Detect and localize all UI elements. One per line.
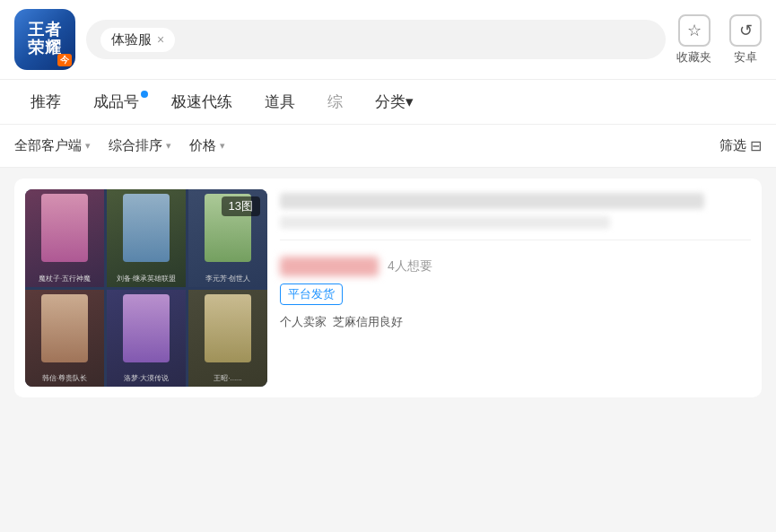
app-logo[interactable]: 王者 荣耀 今 <box>14 9 75 70</box>
price-chevron-icon: ▾ <box>220 140 225 152</box>
content-area: 魔杖子·五行神魔 刘备·继承英雄联盟 李元芳·创世人 韩信·尊贵队长 洛梦·大漠… <box>0 168 776 419</box>
header-actions: ☆ 收藏夹 ↺ 安卓 <box>676 14 762 65</box>
logo-badge: 今 <box>57 54 72 66</box>
favorites-button[interactable]: ☆ 收藏夹 <box>676 14 711 65</box>
android-icon: ↺ <box>729 14 762 47</box>
product-info: 4人想要 平台发货 个人卖家 芝麻信用良好 <box>280 189 751 387</box>
char-name-1: 魔杖子·五行神魔 <box>39 275 91 283</box>
char-name-3: 李元芳·创世人 <box>205 275 250 283</box>
filter-price[interactable]: 价格 ▾ <box>189 137 243 154</box>
logo-text-main: 王者 荣耀 <box>28 22 62 57</box>
client-chevron-icon: ▾ <box>85 140 91 152</box>
info-divider <box>280 240 751 240</box>
char-figure-6 <box>205 294 252 362</box>
char-figure-1 <box>41 194 89 262</box>
char-figure-5 <box>123 294 170 362</box>
tab-category[interactable]: 分类 ▾ <box>359 80 430 124</box>
search-tag[interactable]: 体验服 × <box>100 28 175 52</box>
tab-comprehensive[interactable]: 综 <box>311 80 359 124</box>
product-image: 魔杖子·五行神魔 刘备·继承英雄联盟 李元芳·创世人 韩信·尊贵队长 洛梦·大漠… <box>25 189 267 387</box>
product-price <box>280 257 379 276</box>
char-name-5: 洛梦·大漠传说 <box>124 374 169 383</box>
favorites-label: 收藏夹 <box>676 49 711 65</box>
char-cell-5: 洛梦·大漠传说 <box>107 290 186 388</box>
favorites-icon: ☆ <box>678 14 711 47</box>
char-name-2: 刘备·继承英雄联盟 <box>117 275 176 283</box>
tab-recommend[interactable]: 推荐 <box>14 80 77 124</box>
android-label: 安卓 <box>734 49 757 65</box>
header: 王者 荣耀 今 体验服 × ☆ 收藏夹 ↺ 安卓 <box>0 0 776 80</box>
search-bar[interactable]: 体验服 × <box>86 20 666 59</box>
char-cell-6: 王昭·...... <box>188 290 267 388</box>
char-cell-2: 刘备·继承英雄联盟 <box>107 189 186 287</box>
char-cell-1: 魔杖子·五行神魔 <box>25 189 104 287</box>
filter-bar: 全部客户端 ▾ 综合排序 ▾ 价格 ▾ 筛选 ⊟ <box>0 125 776 168</box>
products-dot-badge <box>141 91 148 98</box>
price-row: 4人想要 <box>280 257 751 276</box>
filter-advanced[interactable]: 筛选 ⊟ <box>719 137 762 154</box>
char-figure-2 <box>123 194 170 262</box>
char-name-6: 王昭·...... <box>214 374 242 383</box>
filter-client[interactable]: 全部客户端 ▾ <box>14 137 109 154</box>
search-tag-text: 体验服 <box>111 31 152 48</box>
filter-advanced-icon: ⊟ <box>750 137 762 154</box>
seller-info: 个人卖家 芝麻信用良好 <box>280 314 751 330</box>
want-count: 4人想要 <box>388 258 432 275</box>
search-tag-close[interactable]: × <box>157 32 164 47</box>
char-cell-4: 韩信·尊贵队长 <box>25 290 104 388</box>
product-subtitle <box>280 216 610 229</box>
nav-tabs: 推荐 成品号 极速代练 道具 综 分类 ▾ <box>0 80 776 125</box>
char-name-4: 韩信·尊贵队长 <box>42 374 87 383</box>
product-card[interactable]: 魔杖子·五行神魔 刘备·继承英雄联盟 李元芳·创世人 韩信·尊贵队长 洛梦·大漠… <box>14 179 762 397</box>
category-chevron-icon: ▾ <box>405 92 414 111</box>
android-button[interactable]: ↺ 安卓 <box>729 14 762 65</box>
tab-products[interactable]: 成品号 <box>77 80 155 124</box>
product-title <box>280 193 704 209</box>
platform-tag: 平台发货 <box>280 283 751 305</box>
filter-sort[interactable]: 综合排序 ▾ <box>109 137 189 154</box>
filter-label: 筛选 <box>719 137 746 154</box>
image-count-badge: 13图 <box>222 196 260 216</box>
sort-chevron-icon: ▾ <box>166 140 171 152</box>
tab-training[interactable]: 极速代练 <box>155 80 248 124</box>
char-figure-4 <box>41 294 89 362</box>
tab-items[interactable]: 道具 <box>248 80 311 124</box>
character-grid: 魔杖子·五行神魔 刘备·继承英雄联盟 李元芳·创世人 韩信·尊贵队长 洛梦·大漠… <box>25 189 267 387</box>
